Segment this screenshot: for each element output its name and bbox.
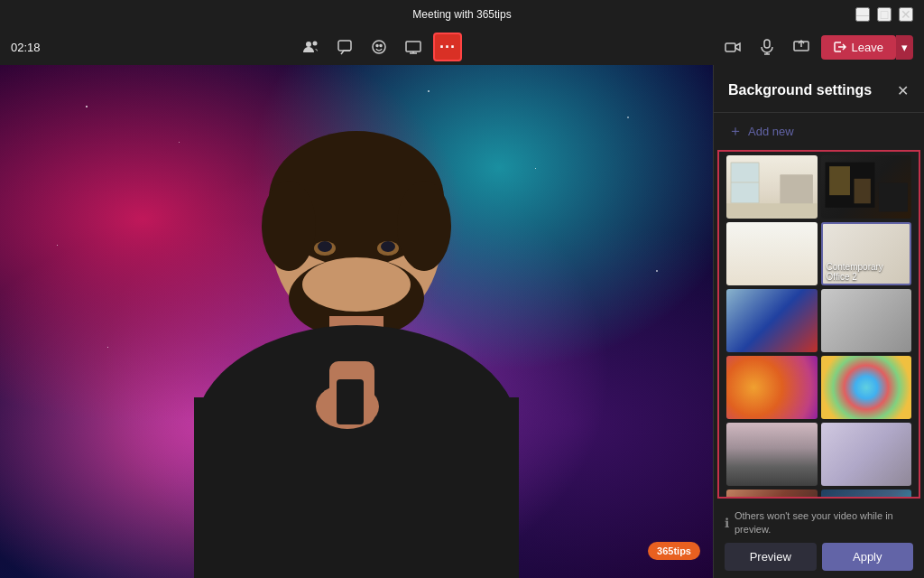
- background-item[interactable]: Contemporary Office 2: [821, 222, 912, 285]
- preview-button[interactable]: Preview: [725, 543, 817, 571]
- add-new-button[interactable]: ＋ Add new: [714, 113, 924, 150]
- chat-button[interactable]: [330, 33, 359, 61]
- meeting-timer: 02:18: [11, 41, 41, 54]
- svg-rect-30: [726, 203, 818, 216]
- leave-button-group: Leave ▾: [821, 35, 913, 60]
- svg-point-19: [302, 257, 411, 312]
- background-settings-panel: Background settings ✕ ＋ Add new Contempo…: [713, 65, 924, 578]
- svg-rect-28: [731, 182, 758, 202]
- svg-point-16: [318, 241, 332, 252]
- svg-point-13: [397, 181, 451, 271]
- action-buttons: Preview Apply: [725, 543, 913, 571]
- background-item[interactable]: [821, 489, 912, 499]
- background-item[interactable]: [726, 222, 818, 285]
- backgrounds-grid: Contemporary Office 2: [726, 155, 911, 499]
- svg-rect-33: [854, 179, 870, 203]
- svg-rect-8: [764, 40, 770, 48]
- background-item[interactable]: [726, 289, 818, 352]
- close-button[interactable]: ✕: [899, 7, 913, 22]
- toolbar-left: 02:18: [11, 41, 41, 54]
- add-icon: ＋: [728, 122, 743, 141]
- svg-point-1: [313, 42, 318, 46]
- share-screen-button[interactable]: [787, 33, 816, 61]
- background-item[interactable]: [726, 489, 818, 499]
- camera-button[interactable]: [718, 33, 747, 61]
- svg-rect-27: [731, 163, 758, 182]
- more-options-button[interactable]: ···: [433, 33, 462, 61]
- svg-point-17: [381, 241, 395, 252]
- svg-point-5: [380, 45, 382, 47]
- maximize-button[interactable]: □: [877, 7, 892, 22]
- titlebar-controls: — □ ✕: [855, 7, 913, 22]
- background-item-label: Contemporary Office 2: [827, 262, 907, 282]
- titlebar-title: Meeting with 365tips: [412, 8, 511, 21]
- watermark: 365tips: [648, 542, 700, 560]
- background-item[interactable]: [726, 423, 818, 486]
- meeting-toolbar: 02:18 ··· Leave: [0, 29, 924, 65]
- participants-button[interactable]: [296, 33, 325, 61]
- svg-point-3: [373, 41, 385, 53]
- background-item[interactable]: [726, 356, 818, 419]
- svg-rect-2: [338, 41, 351, 51]
- svg-rect-32: [829, 166, 850, 195]
- apply-button[interactable]: Apply: [822, 543, 914, 571]
- share-button[interactable]: [399, 33, 428, 61]
- leave-dropdown-button[interactable]: ▾: [896, 35, 913, 60]
- svg-rect-25: [337, 379, 364, 424]
- info-text: Others won't see your video while in pre…: [735, 509, 913, 536]
- titlebar: Meeting with 365tips — □ ✕: [0, 0, 924, 29]
- info-row: ℹ Others won't see your video while in p…: [725, 509, 913, 536]
- svg-rect-29: [780, 174, 813, 208]
- minimize-button[interactable]: —: [855, 7, 870, 22]
- leave-button[interactable]: Leave: [821, 35, 896, 60]
- background-item[interactable]: [821, 289, 912, 352]
- background-item[interactable]: [821, 155, 912, 219]
- panel-header: Background settings ✕: [714, 65, 924, 113]
- svg-rect-6: [406, 42, 420, 51]
- background-item[interactable]: [726, 155, 818, 219]
- svg-point-4: [376, 45, 378, 47]
- backgrounds-grid-container[interactable]: Contemporary Office 2: [717, 150, 920, 499]
- svg-point-0: [306, 42, 311, 47]
- toolbar-right: Leave ▾: [718, 33, 913, 61]
- panel-title: Background settings: [728, 82, 872, 98]
- svg-point-12: [262, 181, 316, 271]
- reactions-button[interactable]: [365, 33, 393, 61]
- background-item[interactable]: [821, 423, 912, 486]
- panel-close-button[interactable]: ✕: [892, 79, 913, 101]
- toolbar-center: ···: [296, 33, 462, 61]
- panel-bottom: ℹ Others won't see your video while in p…: [714, 502, 924, 578]
- video-area: [0, 65, 713, 578]
- person-video: [131, 108, 582, 578]
- mute-button[interactable]: [753, 33, 781, 61]
- background-item[interactable]: [821, 356, 912, 419]
- svg-rect-7: [725, 43, 735, 51]
- info-icon: ℹ: [725, 516, 729, 530]
- svg-rect-34: [878, 182, 907, 211]
